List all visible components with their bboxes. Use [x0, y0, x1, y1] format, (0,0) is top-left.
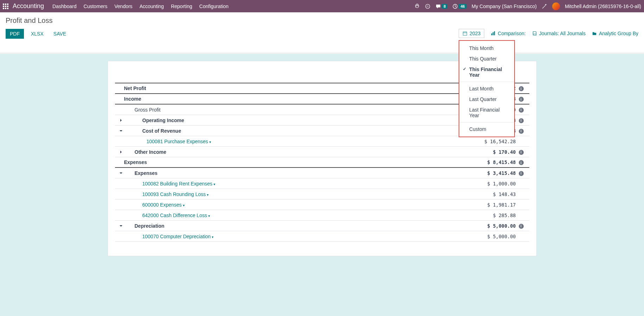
row-label: Income — [124, 96, 460, 102]
analytic-label: Analytic Group By — [599, 31, 638, 36]
row-label[interactable]: 600000 Expenses▾ — [124, 202, 460, 208]
nav-configuration[interactable]: Configuration — [199, 4, 229, 9]
chevron-down-icon[interactable]: ▾ — [213, 182, 215, 186]
caret-down-icon[interactable] — [118, 225, 124, 227]
row-value: $ 5,000.00 — [460, 223, 516, 229]
xlsx-button[interactable]: XLSX — [28, 29, 46, 39]
chevron-down-icon[interactable]: ▾ — [209, 140, 211, 144]
date-option-last-month[interactable]: Last Month — [459, 83, 514, 94]
report-area: 2023 Balance Net Profit$ 108,852.32iInco… — [0, 54, 644, 316]
cp-left: PDF XLSX SAVE — [6, 29, 69, 39]
date-option-last-quarter[interactable]: Last Quarter — [459, 94, 514, 105]
chevron-down-icon[interactable]: ▾ — [212, 235, 213, 239]
info-icon[interactable]: i — [519, 129, 524, 134]
caret-down-icon[interactable] — [118, 172, 124, 175]
nav-vendors[interactable]: Vendors — [114, 4, 132, 9]
row-label[interactable]: 100081 Purchase Expenses▾ — [124, 139, 460, 144]
row-value: $ 8,415.48 — [460, 159, 516, 165]
bar-chart-icon — [491, 31, 496, 36]
row-value: $ 16,542.28 — [460, 139, 516, 144]
date-filter-button[interactable]: 2023 — [459, 29, 484, 38]
report-row: 100070 Computer Depreciation▾$ 5,000.00 — [115, 231, 529, 242]
nav-dashboard[interactable]: Dashboard — [52, 4, 77, 9]
svg-rect-4 — [5, 6, 6, 7]
nav-customers[interactable]: Customers — [84, 4, 108, 9]
activities-icon[interactable]: 46 — [452, 4, 466, 9]
activities-badge: 46 — [459, 4, 466, 9]
row-value: $ 170.40 — [460, 149, 516, 155]
info-icon[interactable]: i — [519, 160, 524, 165]
nav-reporting[interactable]: Reporting — [171, 4, 192, 9]
svg-rect-7 — [5, 8, 6, 9]
svg-rect-3 — [3, 6, 4, 7]
date-option-last-financial-year[interactable]: Last Financial Year — [459, 105, 514, 121]
messages-badge: 8 — [442, 4, 447, 9]
svg-rect-8 — [7, 8, 8, 9]
svg-rect-6 — [3, 8, 4, 9]
info-icon[interactable]: i — [519, 86, 524, 91]
row-value: $ 1,000.00 — [460, 181, 516, 187]
date-option-custom[interactable]: Custom — [459, 124, 514, 134]
journals-label: Journals: All Journals — [539, 31, 586, 36]
apps-icon[interactable] — [3, 4, 8, 9]
nav-menu: Dashboard Customers Vendors Accounting R… — [52, 4, 414, 9]
date-dropdown: This Month This Quarter This Financial Y… — [459, 40, 515, 137]
svg-rect-12 — [491, 33, 492, 35]
save-button[interactable]: SAVE — [51, 29, 69, 39]
row-value: $ 285.88 — [460, 213, 516, 218]
info-cell: i — [516, 86, 527, 91]
caret-down-icon[interactable] — [118, 129, 124, 132]
row-label[interactable]: 100082 Building Rent Expenses▾ — [124, 181, 460, 187]
caret-right-icon[interactable] — [118, 151, 124, 153]
info-icon[interactable]: i — [519, 97, 524, 102]
svg-rect-0 — [3, 4, 4, 5]
user-menu[interactable]: Mitchell Admin (26815976-16-0-all) — [565, 4, 641, 9]
svg-rect-14 — [494, 31, 495, 35]
caret-right-icon[interactable] — [118, 119, 124, 122]
chevron-down-icon[interactable]: ▾ — [207, 193, 209, 197]
debug-icon[interactable] — [414, 4, 420, 9]
messages-icon[interactable]: 8 — [435, 4, 447, 9]
tools-icon[interactable] — [542, 4, 547, 9]
row-value: $ 1,981.17 — [460, 202, 516, 208]
top-nav: Accounting Dashboard Customers Vendors A… — [0, 0, 644, 12]
row-label: Other Income — [124, 149, 460, 155]
book-icon — [532, 31, 537, 36]
chevron-down-icon[interactable]: ▾ — [183, 203, 185, 207]
svg-rect-5 — [7, 6, 8, 7]
info-icon[interactable]: i — [519, 108, 524, 113]
svg-rect-1 — [5, 4, 6, 5]
date-option-this-financial-year[interactable]: This Financial Year — [459, 64, 514, 80]
company-switcher[interactable]: My Company (San Francisco) — [472, 4, 537, 9]
support-icon[interactable] — [425, 4, 431, 9]
calendar-icon — [463, 31, 467, 36]
info-cell: i — [516, 128, 527, 134]
date-option-this-quarter[interactable]: This Quarter — [459, 53, 514, 64]
date-option-this-month[interactable]: This Month — [459, 43, 514, 53]
svg-rect-13 — [493, 32, 494, 36]
chevron-down-icon[interactable]: ▾ — [208, 214, 210, 218]
pdf-button[interactable]: PDF — [6, 29, 24, 39]
avatar[interactable] — [552, 2, 560, 10]
comparison-filter[interactable]: Comparison: — [491, 31, 525, 36]
nav-accounting[interactable]: Accounting — [140, 4, 164, 9]
report-row: Expenses$ 8,415.48i — [115, 157, 529, 168]
row-value: $ 3,415.48 — [460, 170, 516, 176]
row-label[interactable]: 100093 Cash Rounding Loss▾ — [124, 191, 460, 197]
info-icon[interactable]: i — [519, 171, 524, 176]
info-cell: i — [516, 107, 527, 113]
page-title: Profit and Loss — [6, 17, 638, 25]
info-cell: i — [516, 159, 527, 165]
app-name[interactable]: Accounting — [13, 2, 44, 10]
info-icon[interactable]: i — [519, 118, 524, 123]
info-icon[interactable]: i — [519, 224, 524, 229]
info-icon[interactable]: i — [519, 150, 524, 155]
date-filter-label: 2023 — [470, 31, 480, 36]
row-label[interactable]: 642000 Cash Difference Loss▾ — [124, 213, 460, 218]
analytic-filter[interactable]: Analytic Group By — [592, 31, 638, 36]
nav-right: 8 46 My Company (San Francisco) Mitchell… — [414, 2, 641, 10]
journals-filter[interactable]: Journals: All Journals — [532, 31, 586, 36]
row-label: Net Profit — [124, 86, 460, 91]
row-label[interactable]: 100070 Computer Depreciation▾ — [124, 234, 460, 239]
row-value: $ 5,000.00 — [460, 234, 516, 239]
